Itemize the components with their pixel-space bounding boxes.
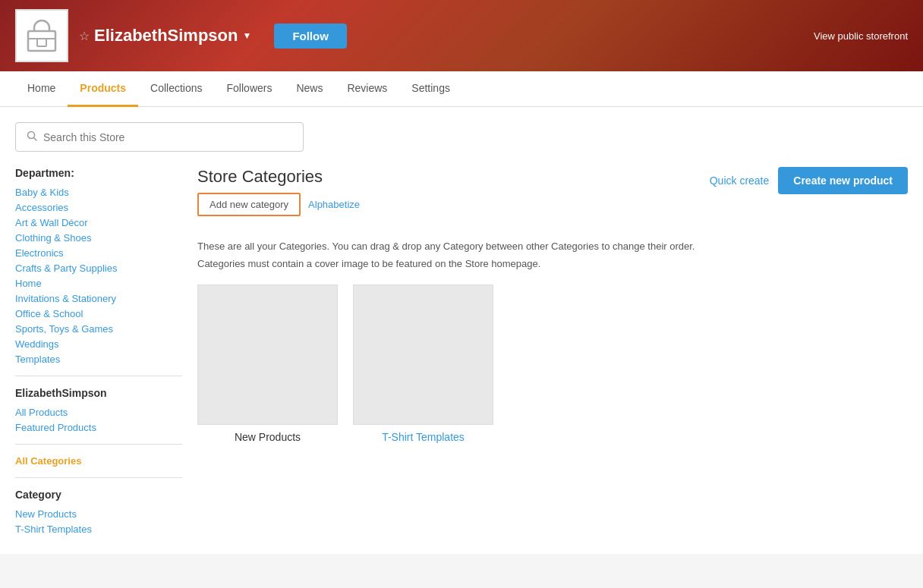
sidebar-link-art-wall-decor[interactable]: Art & Wall Décor [15,217,182,228]
content-layout: Departmen: Baby & Kids Accessories Art &… [15,167,908,539]
all-categories-link[interactable]: All Categories [15,455,182,467]
sidebar-link-office-school[interactable]: Office & School [15,308,182,319]
main-container: Departmen: Baby & Kids Accessories Art &… [0,107,923,554]
nav-bar: Home Products Collections Followers News… [0,71,923,107]
sidebar-divider-3 [15,477,182,478]
sidebar-link-featured-products[interactable]: Featured Products [15,422,182,433]
content-header: Store Categories Add new category Alphab… [197,167,908,228]
sidebar-link-accessories[interactable]: Accessories [15,202,182,213]
sidebar: Departmen: Baby & Kids Accessories Art &… [15,167,182,539]
nav-news[interactable]: News [284,71,335,107]
sidebar-link-invitations-stationery[interactable]: Invitations & Stationery [15,293,182,304]
main-content: Store Categories Add new category Alphab… [197,167,908,539]
nav-reviews[interactable]: Reviews [335,71,399,107]
create-product-button[interactable]: Create new product [778,167,908,194]
nav-followers[interactable]: Followers [215,71,285,107]
sidebar-link-sports-toys-games[interactable]: Sports, Toys & Games [15,323,182,335]
search-input[interactable] [43,131,292,143]
sidebar-link-electronics[interactable]: Electronics [15,247,182,259]
sidebar-link-home[interactable]: Home [15,278,182,289]
sidebar-link-weddings[interactable]: Weddings [15,338,182,350]
card-image-tshirt-templates [353,285,493,425]
alphabetize-link[interactable]: Alphabetize [308,199,360,210]
view-storefront-link[interactable]: View public storefront [814,30,908,42]
store-categories-title: Store Categories [197,167,360,187]
info-text-2: Categories must contain a cover image to… [197,258,908,269]
sidebar-link-clothing-shoes[interactable]: Clothing & Shoes [15,232,182,244]
quick-create-link[interactable]: Quick create [710,175,770,187]
follow-button[interactable]: Follow [274,24,347,49]
sidebar-divider-2 [15,444,182,445]
sidebar-link-crafts-party[interactable]: Crafts & Party Supplies [15,263,182,274]
sidebar-link-tshirt-templates[interactable]: T-Shirt Templates [15,524,182,535]
nav-products[interactable]: Products [68,71,138,107]
category-cards: New Products T-Shirt Templates [197,285,908,443]
category-actions: Add new category Alphabetize [197,193,360,216]
category-card-new-products: New Products [197,285,338,443]
store-section-title: ElizabethSimpson [15,387,182,399]
sidebar-link-all-products[interactable]: All Products [15,407,182,418]
search-bar-wrapper [15,122,304,152]
star-icon: ☆ [79,29,90,43]
store-name-area: ☆ ElizabethSimpson ▼ [79,26,251,46]
category-card-tshirt-templates: T-Shirt Templates [353,285,493,443]
sidebar-link-baby-kids[interactable]: Baby & Kids [15,187,182,198]
nav-home[interactable]: Home [15,71,68,107]
page-header: ☆ ElizabethSimpson ▼ Follow View public … [0,0,923,71]
add-category-button[interactable]: Add new category [197,193,301,216]
store-name: ElizabethSimpson [94,26,238,46]
departments-title: Departmen: [15,167,182,179]
store-logo [15,9,68,62]
header-actions: Quick create Create new product [710,167,908,194]
svg-rect-1 [37,39,46,46]
svg-line-4 [34,138,37,141]
nav-collections[interactable]: Collections [138,71,214,107]
sidebar-divider-1 [15,376,182,376]
info-text-1: These are all your Categories. You can d… [197,241,908,252]
svg-rect-0 [28,31,55,51]
sidebar-link-new-products[interactable]: New Products [15,508,182,520]
category-section-title: Category [15,489,182,501]
header-left: ☆ ElizabethSimpson ▼ Follow [15,9,347,62]
card-image-new-products [197,285,338,425]
nav-settings[interactable]: Settings [399,71,462,107]
dropdown-arrow-icon: ▼ [242,30,251,41]
sidebar-link-templates[interactable]: Templates [15,354,182,365]
search-icon [27,130,37,143]
card-label-new-products: New Products [197,431,338,443]
card-label-tshirt-templates[interactable]: T-Shirt Templates [353,431,493,443]
title-area: Store Categories Add new category Alphab… [197,167,360,228]
